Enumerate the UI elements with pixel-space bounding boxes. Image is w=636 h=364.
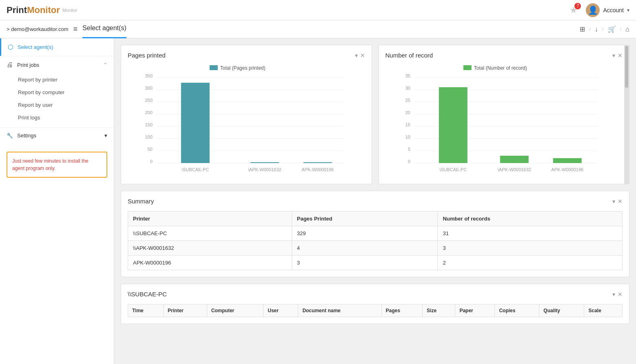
avatar-icon: 👤 (588, 5, 598, 15)
svg-text:25: 25 (405, 98, 410, 103)
logo-area: Print Monitor Monitor (7, 5, 77, 15)
number-of-record-collapse-button[interactable]: ▾ (612, 52, 615, 59)
subcae-col-copies: Copies (495, 304, 539, 317)
svg-rect-20 (304, 162, 332, 163)
row2-records: 3 (438, 241, 623, 256)
summary-col-records: Number of records (438, 212, 623, 226)
account-label: Account (603, 7, 624, 13)
hamburger-button[interactable]: ≡ (73, 25, 78, 33)
sidebar-item-report-user[interactable]: Report by user (0, 99, 114, 111)
pages-printed-title: Pages printed (128, 52, 166, 59)
subcae-col-printer: Printer (164, 304, 207, 317)
row3-printer: APK-W0000196 (128, 256, 292, 270)
number-of-record-close-button[interactable]: ✕ (618, 52, 623, 59)
info-box-text: Just need few minutes to install the age… (12, 158, 89, 171)
svg-text:350: 350 (145, 73, 152, 78)
notifications-button[interactable]: ★ 7 (566, 3, 581, 18)
subcae-col-quality: Quality (539, 304, 584, 317)
svg-text:APK-W0000196: APK-W0000196 (551, 167, 583, 172)
subcae-title: \\SUBCAE-PC (128, 291, 167, 298)
print-jobs-collapse-icon: ⌃ (103, 62, 107, 68)
demo-user-link[interactable]: > demo@workauditor.com (7, 26, 69, 32)
svg-text:\SUBCAE-PC: \SUBCAE-PC (439, 167, 467, 172)
number-of-record-chart: Total (Number of record) 0 5 10 15 20 25… (386, 62, 623, 177)
number-of-record-card: Number of record ▾ ✕ Total (Number of re… (379, 45, 630, 184)
scroll-thumb[interactable] (625, 46, 628, 88)
row1-pages: 329 (292, 226, 438, 241)
top-header: Print Monitor Monitor ★ 7 👤 Account ▾ (0, 0, 636, 20)
svg-text:50: 50 (148, 147, 153, 152)
account-area[interactable]: 👤 Account ▾ (586, 3, 629, 17)
summary-card: Summary ▾ ✕ Printer Pages Printed Number… (121, 191, 629, 277)
row3-pages: 3 (292, 256, 438, 270)
subcae-col-paper: Paper (455, 304, 495, 317)
print-jobs-label: Print jobs (17, 62, 39, 68)
sidebar-item-select-agents[interactable]: ⬡ Select agent(s) (0, 38, 114, 56)
logo-print: Print (7, 5, 27, 15)
pages-printed-header: Pages printed ▾ ✕ (128, 52, 365, 59)
select-agents-icon: ⬡ (8, 43, 13, 51)
cart-icon-button[interactable]: 🛒 (608, 25, 616, 33)
subcae-col-size: Size (423, 304, 455, 317)
summary-title: Summary (128, 198, 154, 205)
row2-printer: \\APK-W0001632 (128, 241, 292, 256)
pages-printed-chart: Total (Pages printed) 0 50 100 150 200 2… (128, 62, 365, 177)
svg-rect-24 (463, 65, 471, 70)
subcae-col-scale: Scale (584, 304, 623, 317)
row1-records: 31 (438, 226, 623, 241)
avatar: 👤 (586, 3, 600, 17)
pages-printed-collapse-button[interactable]: ▾ (355, 52, 358, 59)
sidebar-item-report-printer[interactable]: Report by printer (0, 73, 114, 86)
charts-row: Pages printed ▾ ✕ Total (Pages printed) … (121, 45, 629, 184)
print-jobs-icon: 🖨 (7, 61, 13, 68)
svg-rect-19 (250, 162, 279, 163)
svg-text:0: 0 (150, 159, 153, 164)
header-right: ★ 7 👤 Account ▾ (566, 3, 629, 18)
svg-text:\APK-W0001632: \APK-W0001632 (497, 167, 531, 172)
summary-collapse-button[interactable]: ▾ (612, 198, 615, 205)
svg-text:300: 300 (145, 86, 152, 90)
summary-col-pages: Pages Printed (292, 212, 438, 226)
notification-badge: 7 (574, 3, 581, 9)
number-of-record-title: Number of record (386, 52, 433, 59)
subcae-col-time: Time (128, 304, 164, 317)
main-layout: ⬡ Select agent(s) 🖨 Print jobs ⌃ Report … (0, 38, 636, 364)
sidebar-section-settings[interactable]: 🔧 Settings ▾ (0, 127, 114, 143)
subcae-table: Time Printer Computer User Document name… (128, 304, 623, 317)
home-icon-button[interactable]: ⌂ (625, 26, 629, 33)
table-row: \\APK-W0001632 4 3 (128, 241, 623, 256)
svg-text:20: 20 (405, 110, 410, 115)
svg-text:30: 30 (405, 86, 410, 90)
svg-text:35: 35 (405, 73, 410, 78)
windows-icon-button[interactable]: ⊞ (580, 25, 585, 33)
svg-text:15: 15 (405, 122, 410, 127)
svg-rect-42 (439, 87, 467, 163)
pages-printed-close-button[interactable]: ✕ (360, 52, 365, 59)
sidebar-item-print-logs[interactable]: Print logs (0, 111, 114, 124)
right-scrollbar[interactable] (624, 45, 629, 184)
subcae-col-computer: Computer (207, 304, 264, 317)
page-title: Select agent(s) (82, 20, 126, 38)
table-row: APK-W0000196 3 2 (128, 256, 623, 270)
settings-label: Settings (17, 132, 36, 139)
pages-printed-card: Pages printed ▾ ✕ Total (Pages printed) … (121, 45, 372, 184)
print-jobs-header[interactable]: 🖨 Print jobs ⌃ (0, 56, 114, 73)
summary-close-button[interactable]: ✕ (618, 198, 623, 205)
svg-text:\APK-W0001632: \APK-W0001632 (248, 167, 281, 172)
svg-rect-43 (500, 156, 528, 163)
subcae-close-button[interactable]: ✕ (618, 291, 623, 298)
svg-rect-44 (553, 158, 581, 163)
print-jobs-sub-items: Report by printer Report by computer Rep… (0, 73, 114, 127)
sidebar-item-report-computer[interactable]: Report by computer (0, 86, 114, 99)
subcae-col-pages: Pages (381, 304, 423, 317)
sub-header: > demo@workauditor.com ≡ Select agent(s)… (0, 20, 636, 38)
subcae-collapse-button[interactable]: ▾ (612, 291, 615, 298)
download-icon-button[interactable]: ↓ (595, 26, 598, 33)
sub-header-left: > demo@workauditor.com ≡ Select agent(s) (7, 20, 126, 38)
sub-header-right: ⊞ / ↓ / 🛒 / ⌂ (580, 25, 629, 33)
svg-text:APK-W0000196: APK-W0000196 (301, 167, 334, 172)
svg-rect-0 (210, 65, 218, 70)
svg-text:5: 5 (408, 147, 410, 152)
svg-text:100: 100 (145, 135, 152, 139)
svg-text:Total (Pages printed): Total (Pages printed) (220, 65, 266, 71)
